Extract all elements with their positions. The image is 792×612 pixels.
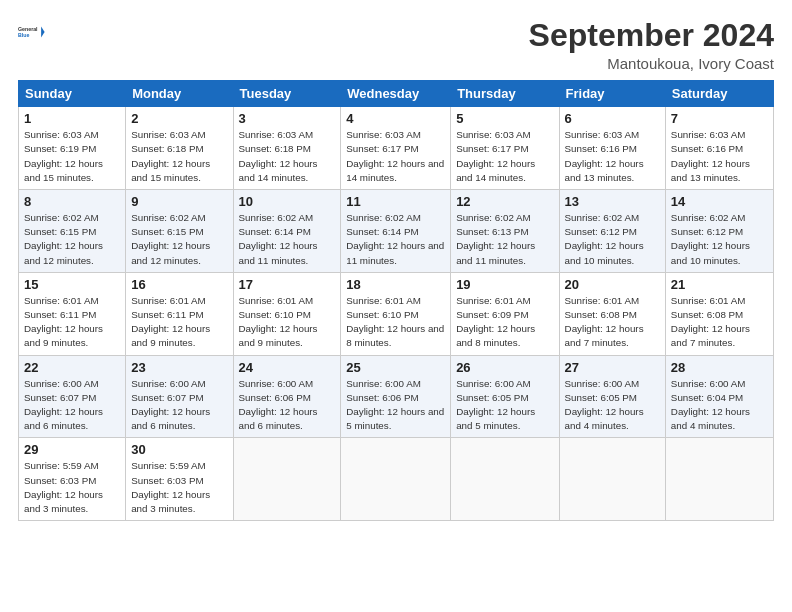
day-number: 6 bbox=[565, 111, 660, 126]
table-row: 24Sunrise: 6:00 AM Sunset: 6:06 PM Dayli… bbox=[233, 355, 341, 438]
day-number: 12 bbox=[456, 194, 553, 209]
day-number: 19 bbox=[456, 277, 553, 292]
day-info: Sunrise: 6:00 AM Sunset: 6:06 PM Dayligh… bbox=[239, 377, 336, 434]
table-row: 4Sunrise: 6:03 AM Sunset: 6:17 PM Daylig… bbox=[341, 107, 451, 190]
svg-text:General: General bbox=[18, 26, 38, 32]
table-row bbox=[233, 438, 341, 521]
day-number: 16 bbox=[131, 277, 227, 292]
table-row: 22Sunrise: 6:00 AM Sunset: 6:07 PM Dayli… bbox=[19, 355, 126, 438]
table-row: 13Sunrise: 6:02 AM Sunset: 6:12 PM Dayli… bbox=[559, 190, 665, 273]
day-info: Sunrise: 6:00 AM Sunset: 6:07 PM Dayligh… bbox=[24, 377, 120, 434]
day-number: 21 bbox=[671, 277, 768, 292]
day-number: 8 bbox=[24, 194, 120, 209]
day-info: Sunrise: 6:02 AM Sunset: 6:12 PM Dayligh… bbox=[565, 211, 660, 268]
table-row: 30Sunrise: 5:59 AM Sunset: 6:03 PM Dayli… bbox=[126, 438, 233, 521]
day-info: Sunrise: 6:01 AM Sunset: 6:08 PM Dayligh… bbox=[565, 294, 660, 351]
day-number: 28 bbox=[671, 360, 768, 375]
day-info: Sunrise: 6:00 AM Sunset: 6:05 PM Dayligh… bbox=[456, 377, 553, 434]
day-info: Sunrise: 6:01 AM Sunset: 6:11 PM Dayligh… bbox=[24, 294, 120, 351]
calendar-table: Sunday Monday Tuesday Wednesday Thursday… bbox=[18, 80, 774, 521]
day-info: Sunrise: 6:02 AM Sunset: 6:15 PM Dayligh… bbox=[24, 211, 120, 268]
day-info: Sunrise: 6:03 AM Sunset: 6:16 PM Dayligh… bbox=[565, 128, 660, 185]
day-info: Sunrise: 6:02 AM Sunset: 6:13 PM Dayligh… bbox=[456, 211, 553, 268]
table-row: 23Sunrise: 6:00 AM Sunset: 6:07 PM Dayli… bbox=[126, 355, 233, 438]
header-row: Sunday Monday Tuesday Wednesday Thursday… bbox=[19, 81, 774, 107]
day-info: Sunrise: 6:03 AM Sunset: 6:17 PM Dayligh… bbox=[346, 128, 445, 185]
day-info: Sunrise: 6:01 AM Sunset: 6:09 PM Dayligh… bbox=[456, 294, 553, 351]
day-info: Sunrise: 6:03 AM Sunset: 6:16 PM Dayligh… bbox=[671, 128, 768, 185]
table-row: 1Sunrise: 6:03 AM Sunset: 6:19 PM Daylig… bbox=[19, 107, 126, 190]
day-info: Sunrise: 6:02 AM Sunset: 6:14 PM Dayligh… bbox=[346, 211, 445, 268]
day-info: Sunrise: 6:01 AM Sunset: 6:10 PM Dayligh… bbox=[239, 294, 336, 351]
table-row: 3Sunrise: 6:03 AM Sunset: 6:18 PM Daylig… bbox=[233, 107, 341, 190]
day-number: 29 bbox=[24, 442, 120, 457]
day-info: Sunrise: 6:02 AM Sunset: 6:14 PM Dayligh… bbox=[239, 211, 336, 268]
table-row: 2Sunrise: 6:03 AM Sunset: 6:18 PM Daylig… bbox=[126, 107, 233, 190]
day-number: 5 bbox=[456, 111, 553, 126]
title-block: September 2024 Mantoukoua, Ivory Coast bbox=[529, 18, 774, 72]
table-row: 28Sunrise: 6:00 AM Sunset: 6:04 PM Dayli… bbox=[665, 355, 773, 438]
table-row: 7Sunrise: 6:03 AM Sunset: 6:16 PM Daylig… bbox=[665, 107, 773, 190]
calendar-week-row: 29Sunrise: 5:59 AM Sunset: 6:03 PM Dayli… bbox=[19, 438, 774, 521]
day-number: 11 bbox=[346, 194, 445, 209]
calendar-week-row: 15Sunrise: 6:01 AM Sunset: 6:11 PM Dayli… bbox=[19, 272, 774, 355]
day-info: Sunrise: 6:03 AM Sunset: 6:19 PM Dayligh… bbox=[24, 128, 120, 185]
col-tuesday: Tuesday bbox=[233, 81, 341, 107]
table-row: 16Sunrise: 6:01 AM Sunset: 6:11 PM Dayli… bbox=[126, 272, 233, 355]
col-sunday: Sunday bbox=[19, 81, 126, 107]
calendar-week-row: 1Sunrise: 6:03 AM Sunset: 6:19 PM Daylig… bbox=[19, 107, 774, 190]
col-saturday: Saturday bbox=[665, 81, 773, 107]
day-info: Sunrise: 5:59 AM Sunset: 6:03 PM Dayligh… bbox=[131, 459, 227, 516]
col-wednesday: Wednesday bbox=[341, 81, 451, 107]
day-number: 14 bbox=[671, 194, 768, 209]
logo: GeneralBlue bbox=[18, 18, 46, 46]
day-number: 30 bbox=[131, 442, 227, 457]
table-row: 12Sunrise: 6:02 AM Sunset: 6:13 PM Dayli… bbox=[451, 190, 559, 273]
day-number: 17 bbox=[239, 277, 336, 292]
table-row: 21Sunrise: 6:01 AM Sunset: 6:08 PM Dayli… bbox=[665, 272, 773, 355]
table-row: 26Sunrise: 6:00 AM Sunset: 6:05 PM Dayli… bbox=[451, 355, 559, 438]
day-info: Sunrise: 6:00 AM Sunset: 6:07 PM Dayligh… bbox=[131, 377, 227, 434]
day-number: 10 bbox=[239, 194, 336, 209]
table-row: 29Sunrise: 5:59 AM Sunset: 6:03 PM Dayli… bbox=[19, 438, 126, 521]
table-row: 27Sunrise: 6:00 AM Sunset: 6:05 PM Dayli… bbox=[559, 355, 665, 438]
day-number: 2 bbox=[131, 111, 227, 126]
table-row: 6Sunrise: 6:03 AM Sunset: 6:16 PM Daylig… bbox=[559, 107, 665, 190]
calendar-week-row: 22Sunrise: 6:00 AM Sunset: 6:07 PM Dayli… bbox=[19, 355, 774, 438]
header: GeneralBlue September 2024 Mantoukoua, I… bbox=[18, 18, 774, 72]
day-number: 26 bbox=[456, 360, 553, 375]
day-number: 18 bbox=[346, 277, 445, 292]
table-row: 5Sunrise: 6:03 AM Sunset: 6:17 PM Daylig… bbox=[451, 107, 559, 190]
day-info: Sunrise: 6:00 AM Sunset: 6:05 PM Dayligh… bbox=[565, 377, 660, 434]
day-info: Sunrise: 6:02 AM Sunset: 6:12 PM Dayligh… bbox=[671, 211, 768, 268]
day-info: Sunrise: 6:03 AM Sunset: 6:17 PM Dayligh… bbox=[456, 128, 553, 185]
calendar-week-row: 8Sunrise: 6:02 AM Sunset: 6:15 PM Daylig… bbox=[19, 190, 774, 273]
table-row: 8Sunrise: 6:02 AM Sunset: 6:15 PM Daylig… bbox=[19, 190, 126, 273]
table-row: 20Sunrise: 6:01 AM Sunset: 6:08 PM Dayli… bbox=[559, 272, 665, 355]
day-number: 7 bbox=[671, 111, 768, 126]
table-row bbox=[665, 438, 773, 521]
day-number: 20 bbox=[565, 277, 660, 292]
table-row bbox=[341, 438, 451, 521]
svg-text:Blue: Blue bbox=[18, 32, 29, 38]
table-row: 19Sunrise: 6:01 AM Sunset: 6:09 PM Dayli… bbox=[451, 272, 559, 355]
day-info: Sunrise: 6:03 AM Sunset: 6:18 PM Dayligh… bbox=[131, 128, 227, 185]
day-number: 22 bbox=[24, 360, 120, 375]
table-row bbox=[559, 438, 665, 521]
day-info: Sunrise: 6:01 AM Sunset: 6:08 PM Dayligh… bbox=[671, 294, 768, 351]
day-info: Sunrise: 6:03 AM Sunset: 6:18 PM Dayligh… bbox=[239, 128, 336, 185]
day-info: Sunrise: 6:01 AM Sunset: 6:10 PM Dayligh… bbox=[346, 294, 445, 351]
svg-marker-2 bbox=[41, 26, 45, 37]
day-info: Sunrise: 6:00 AM Sunset: 6:04 PM Dayligh… bbox=[671, 377, 768, 434]
month-title: September 2024 bbox=[529, 18, 774, 53]
col-thursday: Thursday bbox=[451, 81, 559, 107]
day-info: Sunrise: 5:59 AM Sunset: 6:03 PM Dayligh… bbox=[24, 459, 120, 516]
day-number: 9 bbox=[131, 194, 227, 209]
day-number: 1 bbox=[24, 111, 120, 126]
day-number: 27 bbox=[565, 360, 660, 375]
table-row: 9Sunrise: 6:02 AM Sunset: 6:15 PM Daylig… bbox=[126, 190, 233, 273]
logo-icon: GeneralBlue bbox=[18, 18, 46, 46]
table-row: 15Sunrise: 6:01 AM Sunset: 6:11 PM Dayli… bbox=[19, 272, 126, 355]
col-monday: Monday bbox=[126, 81, 233, 107]
day-number: 24 bbox=[239, 360, 336, 375]
